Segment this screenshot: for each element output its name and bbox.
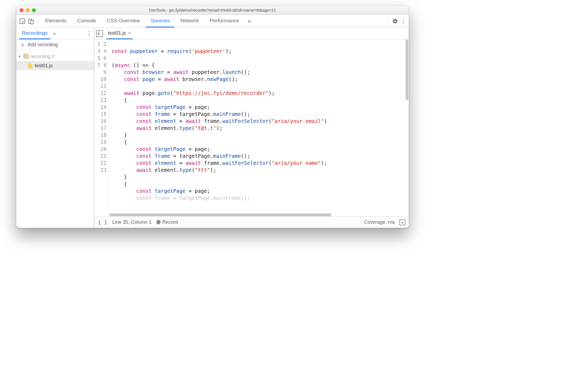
tree-folder-row[interactable]: ▼ recording:// — [16, 52, 94, 61]
tree-folder-label: recording:// — [30, 54, 55, 59]
add-recording-label: Add recording — [28, 42, 58, 48]
maximize-window-button[interactable] — [32, 8, 36, 12]
main-tab-elements[interactable]: Elements — [40, 15, 71, 27]
inspect-element-icon[interactable] — [19, 17, 26, 25]
line-number-gutter: 1 2 3 4 5 6 7 8 9 10 11 12 13 14 15 16 1… — [94, 40, 109, 216]
tab-recordings-label: Recordings — [22, 30, 48, 36]
editor-pane: test01.js × 1 2 3 4 5 6 7 8 9 10 11 12 1… — [94, 28, 409, 228]
main-tab-css-overview[interactable]: CSS Overview — [102, 15, 145, 27]
code-content[interactable]: const puppeteer = require('puppeteer');(… — [109, 40, 409, 216]
device-toolbar-icon[interactable] — [27, 17, 35, 25]
window-controls — [20, 8, 36, 12]
separator — [37, 17, 38, 25]
kebab-menu-icon[interactable]: ⋮ — [400, 17, 406, 25]
tree-file-label: test01.js — [35, 63, 53, 69]
recordings-tree: ▼ recording:// test01.js — [16, 50, 94, 72]
close-window-button[interactable] — [20, 8, 23, 12]
main-tab-performance[interactable]: Performance — [205, 15, 244, 27]
separator — [388, 17, 389, 25]
window-title: DevTools - jec.fyi/demo/recorder?email=t… — [16, 8, 409, 12]
main-tab-sources[interactable]: Sources — [146, 15, 174, 27]
chevron-down-icon: ▼ — [18, 55, 22, 58]
status-bar: { } Line 35, Column 1 Record Coverage: n… — [94, 216, 409, 228]
main-tab-strip: ElementsConsoleCSS OverviewSourcesNetwor… — [16, 15, 409, 28]
devtools-window: DevTools - jec.fyi/demo/recorder?email=t… — [16, 5, 409, 228]
code-viewport: 1 2 3 4 5 6 7 8 9 10 11 12 13 14 15 16 1… — [94, 40, 409, 216]
cursor-position: Line 35, Column 1 — [112, 219, 151, 225]
tab-recordings[interactable]: Recordings — [19, 28, 50, 39]
editor-tab-strip: test01.js × — [94, 28, 409, 40]
content-area: Recordings » ⋮ ＋ Add recording ▼ recordi… — [16, 28, 409, 228]
plus-icon: ＋ — [20, 41, 26, 49]
close-tab-icon[interactable]: × — [128, 30, 131, 36]
titlebar: DevTools - jec.fyi/demo/recorder?email=t… — [16, 6, 409, 15]
file-tab-label: test01.js — [108, 30, 126, 36]
toggle-navigator-icon[interactable] — [96, 30, 103, 37]
vertical-scrollbar[interactable] — [405, 40, 409, 213]
gear-icon[interactable] — [391, 17, 399, 25]
file-icon — [28, 63, 33, 68]
folder-icon — [23, 54, 29, 59]
main-tab-network[interactable]: Network — [175, 15, 204, 27]
tree-file-row[interactable]: test01.js — [16, 61, 94, 70]
svg-rect-2 — [31, 20, 33, 24]
format-icon[interactable]: { } — [98, 219, 107, 226]
main-tab-console[interactable]: Console — [72, 15, 101, 27]
sidebar-tab-strip: Recordings » ⋮ — [16, 28, 94, 40]
sidebar: Recordings » ⋮ ＋ Add recording ▼ recordi… — [16, 28, 94, 228]
coverage-status: Coverage: n/a — [364, 219, 395, 225]
horizontal-scrollbar[interactable] — [109, 213, 405, 216]
add-recording-button[interactable]: ＋ Add recording — [16, 40, 94, 50]
more-sidebar-tabs-icon[interactable]: » — [52, 30, 57, 37]
minimize-window-button[interactable] — [26, 8, 30, 12]
scroll-to-top-icon[interactable]: ▲ — [399, 219, 405, 225]
more-tabs-icon[interactable]: » — [245, 18, 254, 25]
record-button[interactable]: Record — [156, 219, 178, 225]
record-label: Record — [162, 219, 178, 225]
record-dot-icon — [156, 220, 161, 224]
sidebar-kebab-icon[interactable]: ⋮ — [86, 30, 92, 37]
file-tab[interactable]: test01.js × — [106, 28, 133, 39]
